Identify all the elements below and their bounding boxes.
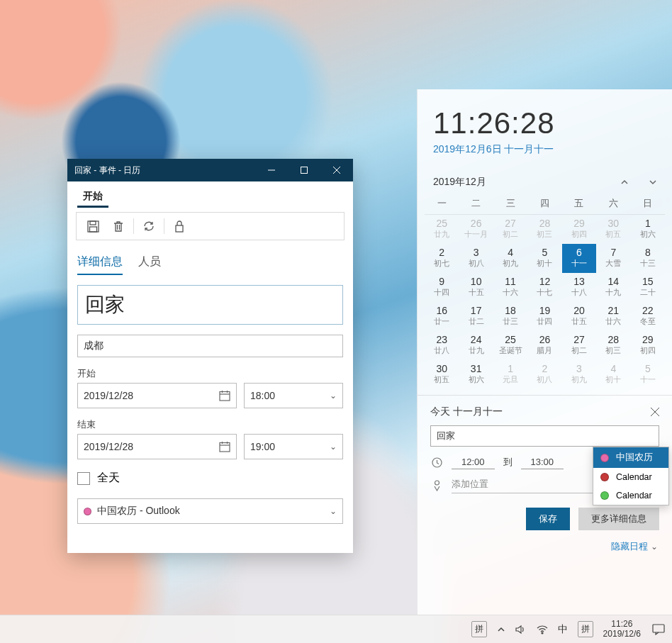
calendar-day[interactable]: 1元旦 bbox=[493, 360, 527, 389]
calendar-day[interactable]: 15二十 bbox=[631, 273, 665, 302]
svg-rect-5 bbox=[90, 221, 96, 225]
svg-rect-8 bbox=[220, 392, 230, 401]
weekday-label: 二 bbox=[459, 197, 493, 210]
event-title-input[interactable] bbox=[77, 285, 343, 325]
prev-month-button[interactable] bbox=[620, 177, 629, 187]
volume-icon[interactable] bbox=[515, 625, 527, 634]
calendar-icon bbox=[219, 390, 230, 401]
calendar-day[interactable]: 13十八 bbox=[562, 273, 596, 302]
save-button[interactable]: 保存 bbox=[526, 508, 570, 530]
calendar-day[interactable]: 29初四 bbox=[631, 331, 665, 360]
maximize-button[interactable] bbox=[288, 159, 320, 181]
calendar-day[interactable]: 25廿九 bbox=[425, 215, 459, 244]
calendar-day[interactable]: 19廿四 bbox=[527, 302, 561, 331]
calendar-day[interactable]: 30初五 bbox=[596, 215, 630, 244]
calendar-day[interactable]: 6十一 bbox=[562, 244, 596, 273]
chevron-down-icon: ⌄ bbox=[330, 442, 337, 452]
ime-mode[interactable]: 拼 bbox=[578, 621, 593, 637]
agenda-close-button[interactable] bbox=[651, 408, 659, 416]
calendar-day[interactable]: 8十三 bbox=[631, 244, 665, 273]
calendar-day[interactable]: 7大雪 bbox=[596, 244, 630, 273]
calendar-day[interactable]: 5初十 bbox=[527, 244, 561, 273]
calendar-day[interactable]: 25圣诞节 bbox=[493, 331, 527, 360]
month-label[interactable]: 2019年12月 bbox=[433, 176, 486, 189]
calendar-day[interactable]: 26腊月 bbox=[527, 331, 561, 360]
agenda-start-time[interactable]: 12:00 bbox=[452, 455, 495, 469]
calendar-day[interactable]: 26十一月 bbox=[459, 215, 493, 244]
calendar-day[interactable]: 12十七 bbox=[527, 273, 561, 302]
minimize-button[interactable] bbox=[255, 159, 288, 181]
chevron-down-icon: ⌄ bbox=[651, 542, 658, 552]
save-icon[interactable] bbox=[81, 214, 105, 238]
calendar-list-popup: 中国农历CalendarCalendar bbox=[593, 447, 669, 505]
calendar-day[interactable]: 23廿八 bbox=[425, 331, 459, 360]
calendar-day[interactable]: 4初九 bbox=[493, 244, 527, 273]
allday-label: 全天 bbox=[97, 471, 120, 486]
action-center-icon[interactable] bbox=[651, 622, 666, 637]
calendar-menu-item[interactable]: Calendar bbox=[593, 468, 668, 486]
end-date-picker[interactable]: 2019/12/28 bbox=[77, 434, 237, 459]
calendar-menu-item[interactable]: 中国农历 bbox=[593, 447, 668, 468]
calendar-day[interactable]: 3初九 bbox=[562, 360, 596, 389]
calendar-day[interactable]: 20廿五 bbox=[562, 302, 596, 331]
calendar-day[interactable]: 24廿九 bbox=[459, 331, 493, 360]
calendar-day[interactable]: 30初五 bbox=[425, 360, 459, 389]
next-month-button[interactable] bbox=[648, 177, 658, 187]
delete-icon[interactable] bbox=[106, 214, 130, 238]
close-button[interactable] bbox=[320, 159, 353, 181]
flyout-time: 11:26:28 bbox=[418, 89, 672, 140]
tab-details[interactable]: 详细信息 bbox=[77, 255, 123, 275]
taskbar-clock[interactable]: 11:26 2019/12/6 bbox=[603, 620, 641, 639]
calendar-day[interactable]: 21廿六 bbox=[596, 302, 630, 331]
calendar-day[interactable]: 2初七 bbox=[425, 244, 459, 273]
wifi-icon[interactable] bbox=[537, 625, 548, 634]
calendar-day[interactable]: 31初六 bbox=[459, 360, 493, 389]
calendar-day[interactable]: 28初三 bbox=[596, 331, 630, 360]
tray-overflow-button[interactable] bbox=[497, 625, 505, 634]
calendar-day[interactable]: 27初二 bbox=[562, 331, 596, 360]
calendar-icon bbox=[219, 441, 230, 452]
calendar-day[interactable]: 18廿三 bbox=[493, 302, 527, 331]
calendar-day[interactable]: 14十九 bbox=[596, 273, 630, 302]
more-details-button[interactable]: 更多详细信息 bbox=[578, 508, 659, 530]
agenda-end-time[interactable]: 13:00 bbox=[521, 455, 564, 469]
calendar-day[interactable]: 3初八 bbox=[459, 244, 493, 273]
calendar-day[interactable]: 9十四 bbox=[425, 273, 459, 302]
toolbar-separator bbox=[164, 218, 164, 234]
tab-people[interactable]: 人员 bbox=[138, 255, 161, 275]
lock-icon[interactable] bbox=[167, 214, 191, 238]
clock-icon bbox=[430, 457, 443, 468]
weekday-label: 日 bbox=[631, 197, 665, 210]
calendar-day[interactable]: 17廿二 bbox=[459, 302, 493, 331]
calendar-day[interactable]: 29初四 bbox=[562, 215, 596, 244]
calendar-day[interactable]: 2初八 bbox=[527, 360, 561, 389]
calendar-day[interactable]: 4初十 bbox=[596, 360, 630, 389]
calendar-day[interactable]: 11十六 bbox=[493, 273, 527, 302]
calendar-day[interactable]: 28初三 bbox=[527, 215, 561, 244]
calendar-day[interactable]: 5十一 bbox=[631, 360, 665, 389]
calendar-day[interactable]: 22冬至 bbox=[631, 302, 665, 331]
calendar-color-dot bbox=[84, 508, 91, 515]
flyout-date[interactable]: 2019年12月6日 十一月十一 bbox=[418, 140, 672, 156]
calendar-day[interactable]: 1初六 bbox=[631, 215, 665, 244]
event-location-input[interactable] bbox=[77, 335, 343, 357]
calendar-select[interactable]: 中国农历 - Outlook ⌄ bbox=[77, 498, 343, 524]
allday-checkbox[interactable] bbox=[77, 472, 90, 485]
ribbon-tab-home[interactable]: 开始 bbox=[67, 181, 353, 208]
calendar-day[interactable]: 10十五 bbox=[459, 273, 493, 302]
hide-agenda-link[interactable]: 隐藏日程 ⌄ bbox=[418, 530, 672, 553]
start-date-picker[interactable]: 2019/12/28 bbox=[77, 383, 237, 408]
calendar-day[interactable]: 27初二 bbox=[493, 215, 527, 244]
titlebar[interactable]: 回家 - 事件 - 日历 bbox=[67, 159, 353, 181]
ime-indicator[interactable]: 拼 bbox=[471, 621, 487, 637]
agenda-title-input[interactable] bbox=[430, 425, 659, 447]
calendar-day[interactable]: 16廿一 bbox=[425, 302, 459, 331]
svg-point-19 bbox=[435, 481, 439, 485]
weekday-label: 五 bbox=[562, 197, 596, 210]
end-time-picker[interactable]: 19:00 ⌄ bbox=[244, 434, 343, 459]
start-time-picker[interactable]: 18:00 ⌄ bbox=[244, 383, 343, 408]
ime-lang[interactable]: 中 bbox=[558, 623, 568, 636]
calendar-menu-item[interactable]: Calendar bbox=[593, 486, 668, 505]
refresh-icon[interactable] bbox=[137, 214, 161, 238]
calendar-grid: 25廿九26十一月27初二28初三29初四30初五1初六2初七3初八4初九5初十… bbox=[425, 214, 665, 389]
